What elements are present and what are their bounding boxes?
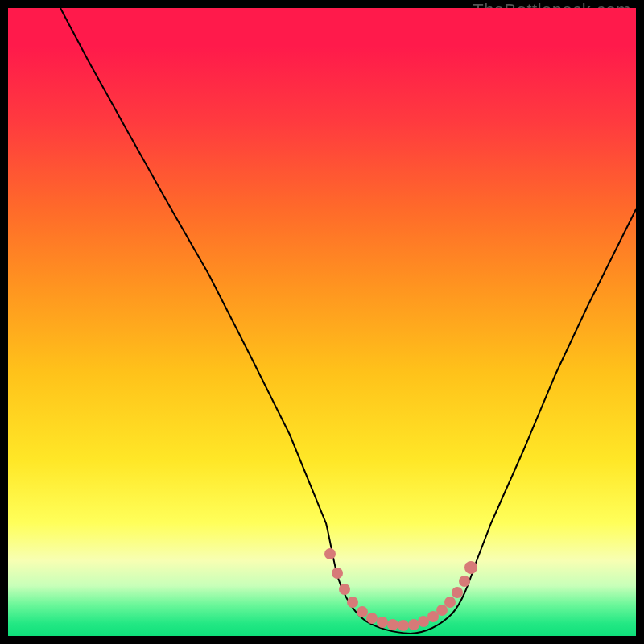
marker-band xyxy=(324,548,477,631)
svg-point-4 xyxy=(357,606,368,617)
svg-point-9 xyxy=(408,619,419,630)
svg-point-2 xyxy=(339,584,350,595)
svg-point-5 xyxy=(366,613,378,624)
chart-stage: TheBottleneck.com xyxy=(0,0,644,644)
plot-area xyxy=(8,8,636,636)
svg-point-3 xyxy=(347,597,358,608)
svg-point-14 xyxy=(452,587,463,598)
svg-point-10 xyxy=(418,616,429,627)
svg-point-0 xyxy=(324,548,336,559)
chart-svg xyxy=(8,8,636,636)
svg-point-16 xyxy=(464,561,477,574)
svg-point-8 xyxy=(398,620,409,631)
svg-point-1 xyxy=(332,568,343,579)
svg-point-12 xyxy=(436,605,448,616)
svg-point-13 xyxy=(444,597,456,608)
bottleneck-curve xyxy=(60,8,636,634)
svg-point-15 xyxy=(459,576,470,587)
svg-point-7 xyxy=(387,619,398,630)
svg-point-6 xyxy=(377,617,388,628)
